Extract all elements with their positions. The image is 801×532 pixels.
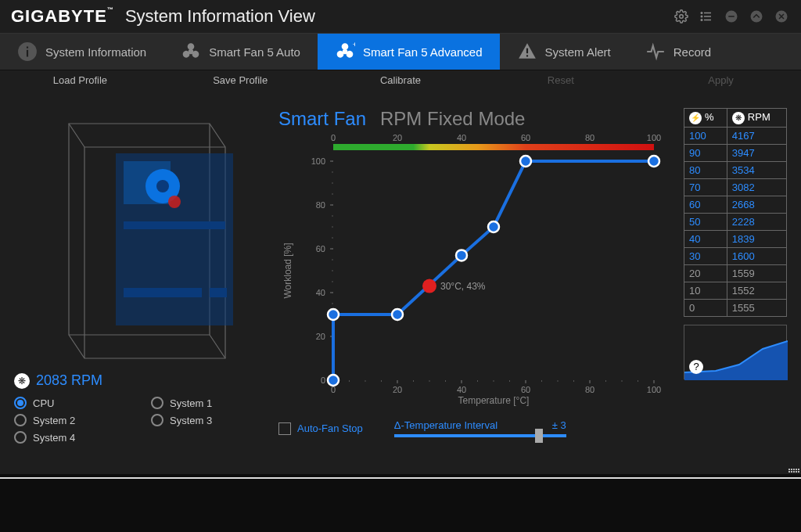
radio-system-3[interactable]: System 3 [151,414,264,426]
subtab-load-profile[interactable]: Load Profile [0,70,160,91]
resize-grip[interactable] [787,460,799,473]
tab-label: Smart Fan 5 Advanced [363,45,483,59]
fan-selector: CPUSystem 1System 2System 3System 4 [14,397,264,444]
subtab-calibrate[interactable]: Calibrate [321,70,481,91]
svg-text:20: 20 [316,332,325,341]
svg-rect-4 [704,16,711,17]
tab-record[interactable]: Record [628,34,728,70]
svg-rect-13 [27,50,28,57]
svg-text:20: 20 [393,133,402,142]
tab-icon [517,41,537,62]
tab-label: System Alert [545,45,611,59]
tab-icon [645,41,666,62]
pwm-rpm-table: ⚡%❋RPM1004167903947803534703082602668502… [684,108,787,317]
svg-point-109 [422,279,436,293]
svg-text:0: 0 [321,376,325,385]
svg-point-22 [156,180,169,192]
delta-slider[interactable] [394,434,566,437]
help-icon[interactable]: ? [689,360,703,374]
svg-point-3 [701,16,703,18]
svg-point-102 [328,375,339,386]
svg-text:60: 60 [316,244,325,253]
svg-rect-24 [124,221,225,229]
table-row: 201559 [684,264,787,282]
tab-smart-fan-5-advanced[interactable]: +Smart Fan 5 Advanced [318,34,500,70]
svg-point-5 [701,19,703,21]
subtab-save-profile[interactable]: Save Profile [160,70,321,91]
svg-point-103 [328,309,339,320]
pc-case-illustration [14,108,249,366]
table-row: 01555 [684,299,787,316]
list-icon[interactable] [698,8,715,25]
svg-point-9 [751,11,763,23]
table-row: 301600 [684,247,787,264]
svg-text:60: 60 [521,385,530,394]
tab-icon [181,41,201,62]
svg-rect-12 [27,47,28,49]
svg-point-0 [680,15,684,19]
svg-text:+: + [353,41,355,49]
svg-rect-8 [728,16,735,17]
tab-label: Record [673,45,711,59]
auto-fan-stop-checkbox[interactable]: Auto-Fan Stop [278,422,363,435]
svg-text:80: 80 [316,200,325,210]
tab-icon [17,41,38,62]
svg-text:20: 20 [393,385,402,394]
tab-smart-fan-5-auto[interactable]: Smart Fan 5 Auto [163,34,318,70]
radio-system-4[interactable]: System 4 [14,431,128,444]
radio-system-1[interactable]: System 1 [151,397,264,409]
svg-rect-26 [210,288,227,297]
delta-label: Δ-Temperature Interval [394,419,497,431]
fan-icon: ❋ [14,373,30,389]
tab-icon: + [335,41,355,62]
svg-point-23 [168,196,181,208]
svg-text:60: 60 [521,133,530,142]
radio-cpu[interactable]: CPU [14,397,128,409]
mini-preview: ? [684,325,787,379]
title-bar: GIGABYTE™ System Information View [0,0,801,33]
table-row: 502228 [684,213,787,230]
svg-text:40: 40 [316,288,325,297]
maximize-icon[interactable] [748,8,765,25]
subtab-reset: Reset [480,70,641,91]
main-tabs: System InformationSmart Fan 5 Auto+Smart… [0,33,801,70]
radio-system-2[interactable]: System 2 [14,414,128,426]
mode-title-b: RPM Fixed Mode [380,108,525,130]
title-bar: GIGABYTE™ System Information View [0,477,801,479]
settings-icon[interactable] [673,8,690,25]
svg-text:40: 40 [457,385,466,394]
svg-rect-2 [704,13,711,14]
table-row: 703082 [684,178,787,196]
table-row: 101552 [684,282,787,299]
subtab-apply: Apply [641,70,801,91]
svg-rect-6 [704,20,711,21]
table-row: 1004167 [684,127,787,144]
fan-curve-chart[interactable]: 020406080100020406080100020406080100Temp… [278,133,662,415]
delta-value: ± 3 [552,419,566,431]
svg-text:40: 40 [457,133,466,142]
svg-text:100: 100 [647,133,661,142]
svg-rect-18 [526,55,527,56]
svg-text:80: 80 [585,133,594,142]
svg-point-105 [456,250,467,261]
rpm-value: 2083 RPM [36,372,102,389]
table-row: 602668 [684,196,787,213]
tab-label: System Information [45,45,146,59]
tab-label: Smart Fan 5 Auto [209,45,300,59]
tab-system-information[interactable]: System Information [0,34,163,70]
svg-point-106 [488,221,499,232]
app-title: System Information View [125,6,315,27]
svg-text:Workload [%]: Workload [%] [282,243,293,298]
table-row: 803534 [684,161,787,178]
close-icon[interactable] [773,8,790,25]
svg-rect-33 [333,144,654,150]
svg-rect-17 [526,49,527,53]
svg-text:0: 0 [331,133,336,142]
brand-logo: GIGABYTE™ [11,6,114,27]
table-row: 401839 [684,230,787,247]
svg-text:100: 100 [311,156,325,166]
tab-system-alert[interactable]: System Alert [500,34,628,70]
svg-text:80: 80 [585,385,594,394]
minimize-icon[interactable] [723,8,740,25]
svg-text:30°C, 43%: 30°C, 43% [440,281,486,292]
